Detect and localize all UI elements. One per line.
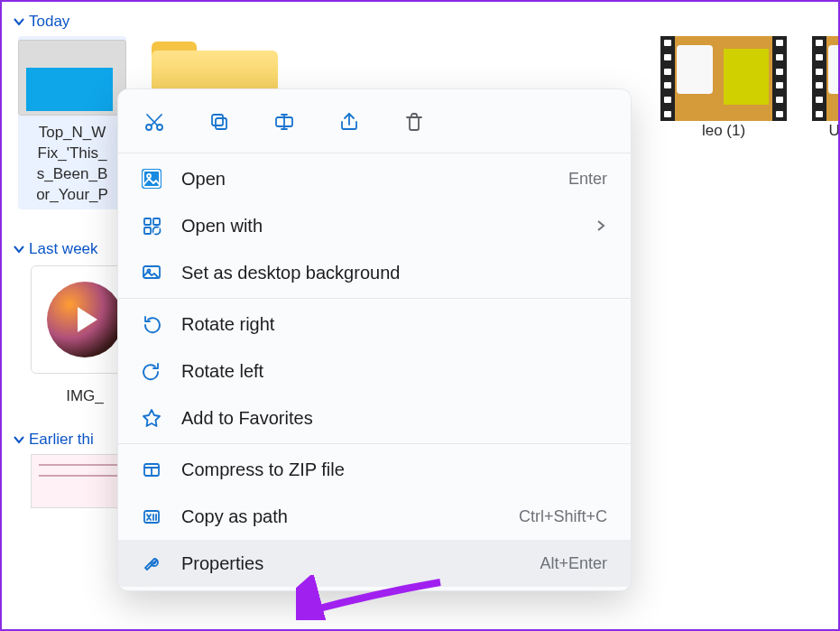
menu-compress-zip[interactable]: Compress to ZIP file <box>118 446 631 493</box>
menu-set-background[interactable]: Set as desktop background <box>118 249 631 296</box>
zip-icon <box>142 459 162 479</box>
video-thumbnail <box>812 36 840 121</box>
video-thumbnail <box>660 36 787 121</box>
desktop-bg-icon <box>142 263 162 283</box>
file-explorer-area: Today Top_N_W Fix_'This_ s_Been_B or_You… <box>2 2 838 629</box>
copy-icon <box>208 111 230 133</box>
chevron-down-icon <box>13 15 25 28</box>
share-button[interactable] <box>337 109 362 135</box>
menu-open-with-label: Open with <box>181 216 263 237</box>
trash-icon <box>403 111 425 133</box>
file-video-1-label: leo (1) <box>702 121 745 142</box>
svg-rect-7 <box>144 218 151 225</box>
copy-path-icon <box>142 506 162 526</box>
svg-marker-13 <box>143 410 160 426</box>
section-today[interactable]: Today <box>13 13 827 31</box>
menu-properties-shortcut: Alt+Enter <box>540 554 607 573</box>
section-last-week-label: Last week <box>29 240 98 258</box>
context-menu-icon-row <box>118 89 631 151</box>
svg-rect-9 <box>144 227 151 234</box>
menu-rotate-right[interactable]: Rotate right <box>118 301 631 348</box>
menu-rotate-right-label: Rotate right <box>181 314 274 335</box>
menu-copy-path-shortcut: Ctrl+Shift+C <box>519 507 607 526</box>
menu-rotate-left[interactable]: Rotate left <box>118 348 631 394</box>
menu-divider <box>118 153 631 153</box>
rename-button[interactable] <box>272 109 297 135</box>
menu-open[interactable]: Open Enter <box>118 155 631 202</box>
context-menu: Open Enter Open with Set as desktop back… <box>117 88 632 591</box>
section-today-label: Today <box>29 13 69 31</box>
picture-icon <box>142 169 162 189</box>
menu-open-label: Open <box>181 169 226 190</box>
svg-rect-8 <box>153 218 160 225</box>
menu-rotate-left-label: Rotate left <box>181 361 263 382</box>
svg-rect-5 <box>143 171 160 187</box>
menu-add-favorites[interactable]: Add to Favorites <box>118 394 631 441</box>
svg-rect-2 <box>216 118 226 129</box>
wrench-icon <box>142 553 162 573</box>
menu-compress-zip-label: Compress to ZIP file <box>181 459 345 480</box>
menu-copy-path[interactable]: Copy as path Ctrl+Shift+C <box>118 493 631 540</box>
scissors-icon <box>143 111 165 133</box>
image-thumbnail <box>18 40 126 116</box>
svg-point-6 <box>147 174 151 178</box>
apps-icon <box>142 216 162 236</box>
menu-properties-label: Properties <box>181 553 263 574</box>
menu-divider <box>118 443 631 444</box>
rename-icon <box>273 111 295 133</box>
menu-add-favorites-label: Add to Favorites <box>181 408 313 429</box>
rotate-right-icon <box>142 314 162 334</box>
cut-button[interactable] <box>142 109 167 135</box>
menu-divider <box>118 298 631 299</box>
copy-button[interactable] <box>207 109 232 135</box>
svg-rect-3 <box>212 115 223 125</box>
section-earlier-label: Earlier thi <box>29 431 94 449</box>
menu-open-with[interactable]: Open with <box>118 202 631 249</box>
file-image-selected[interactable]: Top_N_W Fix_'This_ s_Been_B or_Your_P <box>18 36 126 209</box>
chevron-down-icon <box>13 433 25 446</box>
file-video-2[interactable]: Untitled video <box>812 36 840 142</box>
file-media-label: IMG_ <box>66 386 104 407</box>
menu-copy-path-label: Copy as path <box>181 506 288 527</box>
menu-set-background-label: Set as desktop background <box>181 263 400 283</box>
chevron-right-icon <box>595 216 607 237</box>
star-icon <box>142 408 162 428</box>
file-image-label: Top_N_W Fix_'This_ s_Been_B or_Your_P <box>32 123 112 206</box>
rotate-left-icon <box>142 361 162 381</box>
menu-open-shortcut: Enter <box>568 170 607 189</box>
delete-button[interactable] <box>402 109 427 135</box>
file-video-2-label: Untitled video <box>828 121 840 142</box>
menu-properties[interactable]: Properties Alt+Enter <box>118 540 631 587</box>
share-icon <box>338 111 360 133</box>
file-video-1[interactable]: leo (1) <box>660 36 787 142</box>
chevron-down-icon <box>13 243 25 255</box>
